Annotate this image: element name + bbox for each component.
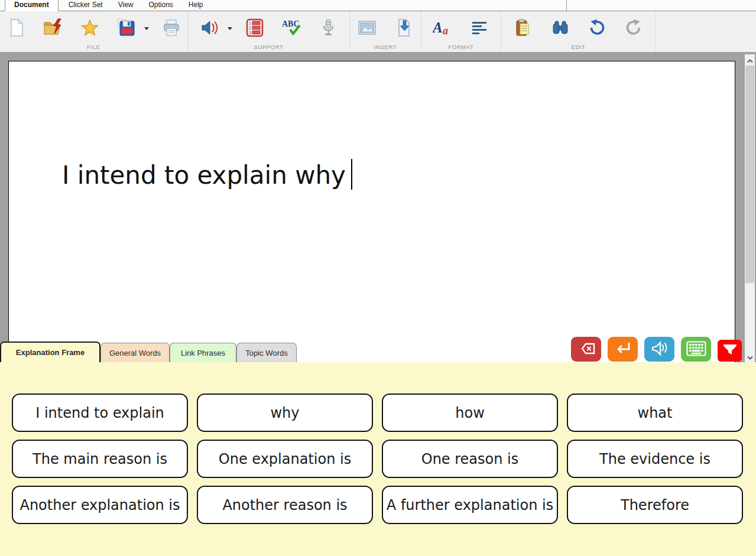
spellcheck-button[interactable]: ABC [277, 15, 306, 42]
svg-text:ABC: ABC [282, 19, 300, 28]
document-area: I intend to explain why Explanation Fram… [0, 53, 756, 362]
word-cell[interactable]: why [197, 394, 373, 432]
insert-file-icon [394, 18, 413, 39]
undo-button[interactable] [583, 15, 611, 42]
enter-button[interactable] [608, 337, 638, 362]
toolbar-group-label-edit: EDIT [501, 44, 656, 52]
word-cell[interactable]: I intend to explain [12, 394, 188, 432]
folder-lightning-icon [43, 18, 63, 39]
save-dropdown-arrow[interactable] [144, 27, 149, 30]
find-button[interactable] [546, 15, 575, 42]
redo-button[interactable] [619, 15, 648, 42]
microphone-icon [319, 18, 338, 39]
print-button[interactable] [157, 15, 186, 42]
tab-explanation-frame[interactable]: Explanation Frame [0, 342, 100, 362]
document-page[interactable]: I intend to explain why [8, 61, 735, 362]
paste-clipboard-icon [514, 18, 533, 39]
keyboard-icon [686, 341, 706, 358]
menu-options[interactable]: Options [141, 0, 180, 11]
chevron-up-icon [747, 55, 753, 66]
microphone-button[interactable] [314, 15, 342, 42]
svg-text:2: 2 [249, 26, 251, 30]
word-predictor-button[interactable]: 123 [241, 15, 269, 42]
menu-help[interactable]: Help [181, 0, 211, 11]
backspace-icon [577, 342, 596, 357]
speak-cell-button[interactable] [644, 337, 674, 362]
toolbar-group-file: FILE [0, 11, 188, 52]
text-cursor [351, 159, 352, 190]
tab-topic-words[interactable]: Topic Words [236, 343, 297, 362]
toolbar-spacer [656, 11, 756, 52]
printer-icon [162, 18, 181, 39]
menu-document[interactable]: Document [5, 0, 59, 11]
clicker-app-window: Document Clicker Set View Options Help [0, 0, 756, 556]
star-icon [80, 18, 100, 39]
word-grid-panel: I intend to explain why how what The mai… [0, 362, 756, 556]
font-format-button[interactable]: Aa [429, 15, 457, 42]
font-Aa-icon: Aa [433, 18, 453, 39]
word-cell[interactable]: The evidence is [567, 440, 743, 478]
svg-text:1: 1 [249, 21, 251, 25]
document-text: I intend to explain why [62, 161, 346, 190]
vertical-scrollbar[interactable] [745, 54, 755, 362]
grid-menu-funnel-icon [722, 343, 738, 358]
grid-action-buttons [571, 337, 742, 362]
redo-icon [624, 18, 643, 39]
spellcheck-abc-icon: ABC [281, 18, 302, 39]
chevron-down-icon [747, 352, 753, 362]
paragraph-lines-icon [470, 18, 489, 39]
insert-file-button[interactable] [390, 15, 418, 42]
undo-icon [588, 18, 606, 39]
speak-cell-icon [650, 341, 669, 358]
insert-picture-button[interactable] [353, 15, 381, 42]
word-cell[interactable]: Another reason is [197, 486, 373, 524]
word-cell[interactable]: what [567, 394, 743, 432]
keyboard-button[interactable] [681, 337, 711, 362]
word-cell[interactable]: Therefore [567, 486, 743, 524]
paste-button[interactable] [510, 15, 538, 42]
toolbar-group-insert: INSERT [350, 11, 421, 52]
toolbar-group-label-support: SUPPORT [188, 44, 349, 52]
binoculars-icon [551, 18, 570, 39]
word-cell[interactable]: One reason is [382, 440, 558, 478]
speak-dropdown-arrow[interactable] [228, 27, 232, 30]
word-cell[interactable]: how [382, 394, 558, 432]
backspace-button[interactable] [571, 337, 601, 362]
svg-text:A: A [433, 19, 443, 35]
menu-view[interactable]: View [111, 0, 141, 11]
picture-icon [358, 18, 377, 39]
save-icon [117, 18, 136, 39]
favorites-button[interactable] [76, 15, 104, 42]
speak-button[interactable] [196, 15, 224, 42]
scroll-up-button[interactable] [745, 55, 755, 65]
word-cell[interactable]: The main reason is [12, 440, 188, 478]
save-button[interactable] [112, 15, 141, 42]
toolbar: FILE 123 ABC SUPPORT [0, 11, 756, 53]
grid-tab-strip: Explanation Frame General Words Link Phr… [0, 342, 297, 362]
word-cell[interactable]: A further explanation is [382, 486, 558, 524]
scroll-down-button[interactable] [745, 352, 755, 362]
menu-bar: Document Clicker Set View Options Help [0, 0, 756, 11]
toolbar-group-support: 123 ABC SUPPORT [188, 11, 350, 52]
tab-link-phrases[interactable]: Link Phrases [170, 343, 236, 362]
enter-return-icon [614, 341, 632, 358]
toolbar-group-label-insert: INSERT [350, 44, 421, 52]
toolbar-group-format: Aa FORMAT [421, 11, 501, 52]
scrollbar-thumb[interactable] [745, 66, 754, 283]
tab-general-words[interactable]: General Words [100, 343, 170, 362]
predictor-123-icon: 123 [245, 18, 264, 39]
menu-divider [566, 0, 567, 11]
svg-text:a: a [443, 25, 448, 37]
quick-open-button[interactable] [39, 15, 67, 42]
grid-menu-button[interactable] [718, 340, 742, 362]
new-document-button[interactable] [2, 15, 31, 42]
speaker-icon [200, 18, 219, 39]
word-grid: I intend to explain why how what The mai… [12, 394, 743, 524]
paragraph-format-button[interactable] [465, 15, 494, 42]
word-cell[interactable]: Another explanation is [12, 486, 188, 524]
menu-clicker-set[interactable]: Clicker Set [61, 0, 111, 11]
toolbar-group-label-format: FORMAT [421, 44, 501, 52]
toolbar-group-label-file: FILE [0, 44, 187, 52]
word-cell[interactable]: One explanation is [197, 440, 373, 478]
new-document-icon [7, 18, 26, 39]
